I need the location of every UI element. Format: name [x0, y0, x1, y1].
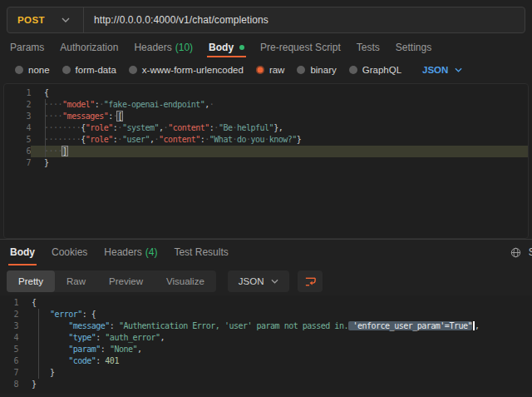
tab-body[interactable]: Body [207, 38, 246, 57]
response-header: BodyCookiesHeaders(4)Test Results St [0, 240, 532, 265]
tab-settings[interactable]: Settings [394, 38, 433, 57]
tab-tests[interactable]: Tests [355, 38, 382, 57]
body-type-graphql[interactable]: GraphQL [349, 65, 401, 75]
status-text-clipped: St [529, 246, 532, 258]
body-type-raw[interactable]: raw [256, 65, 285, 75]
response-format-dropdown[interactable]: JSON [228, 270, 290, 292]
radio-icon [256, 66, 264, 74]
view-raw-button[interactable]: Raw [55, 270, 97, 292]
code-token: ] [62, 146, 67, 156]
code-line: 1{ [0, 297, 532, 309]
tab-label: Body [209, 42, 234, 53]
tab-count-badge: (10) [175, 42, 193, 53]
response-body-editor[interactable]: 1{2 "error": {3 "message": "Authenticati… [0, 295, 532, 394]
tab-headers[interactable]: Headers(10) [132, 38, 195, 57]
body-type-x-www-form-urlencoded[interactable]: x-www-form-urlencoded [129, 65, 244, 75]
radio-label: x-www-form-urlencoded [142, 65, 244, 75]
selected-text: 'enforce_user_param'=True" [348, 321, 472, 330]
code-line: 7} [4, 157, 528, 169]
api-client-window: POST http://0.0.0.0:4000/v1/chat/complet… [0, 0, 532, 397]
code-token: ···· [44, 146, 62, 156]
line-number: 4 [0, 332, 18, 344]
tab-label: Test Results [174, 246, 228, 258]
view-preview-button[interactable]: Preview [97, 270, 155, 292]
body-type-none[interactable]: none [15, 65, 50, 75]
code-token [32, 321, 68, 330]
code-token: "role" [86, 135, 113, 144]
line-number: 1 [4, 87, 31, 99]
code-token: know?" [269, 135, 297, 144]
tab-label: Pre-request Script [260, 42, 341, 53]
line-number: 3 [4, 111, 31, 122]
wrap-text-icon [304, 275, 317, 288]
code-line: 1{ [4, 87, 528, 99]
url-row: POST http://0.0.0.0:4000/v1/chat/complet… [0, 0, 532, 38]
tab-label: Authorization [60, 42, 118, 53]
code-token: , [475, 321, 480, 330]
code-line: 4········{"role":·"system",·"content":·"… [4, 122, 528, 134]
code-line: 5········{"role":·"user",·"content":·"Wh… [4, 134, 528, 146]
code-line: 7 } [0, 367, 532, 379]
tab-authorization[interactable]: Authorization [58, 38, 120, 57]
request-tabs: ParamsAuthorizationHeaders(10)BodyPre-re… [0, 38, 532, 57]
code-token: } [44, 158, 49, 167]
response-format-label: JSON [239, 276, 264, 286]
code-token: "auth_error" [105, 333, 160, 342]
code-token [32, 356, 68, 365]
response-tab-headers[interactable]: Headers(4) [102, 240, 159, 265]
tab-params[interactable]: Params [8, 38, 46, 57]
code-token: "messages" [62, 112, 108, 121]
line-number: 2 [0, 309, 18, 320]
indent-guide [45, 99, 46, 157]
code-token: "fake-openai-endpoint" [104, 100, 204, 109]
code-token: "What [209, 135, 233, 144]
view-pretty-button[interactable]: Pretty [7, 270, 55, 292]
wrap-text-button[interactable] [298, 270, 323, 292]
radio-label: raw [269, 65, 285, 75]
tab-pre-request-script[interactable]: Pre-request Script [259, 38, 342, 57]
line-number: 5 [0, 344, 18, 355]
response-tab-body[interactable]: Body [8, 240, 37, 265]
view-visualize-button[interactable]: Visualize [155, 270, 216, 292]
line-number: 3 [0, 320, 18, 332]
code-token: "message" [68, 321, 110, 330]
response-tab-cookies[interactable]: Cookies [50, 240, 89, 265]
code-token: } [50, 368, 55, 377]
method-label: POST [17, 15, 45, 25]
globe-icon[interactable] [510, 247, 521, 258]
tab-label: Headers [104, 246, 141, 258]
code-token: 401 [105, 356, 119, 365]
request-body-editor[interactable]: 1{2····"model":·"fake-openai-endpoint",·… [3, 83, 529, 239]
chevron-down-icon [62, 17, 70, 22]
radio-icon [297, 66, 305, 74]
tab-label: Settings [396, 42, 431, 53]
radio-label: form-data [76, 65, 116, 75]
line-number: 7 [0, 367, 18, 379]
code-line: 3 "message": "Authentication Error, 'use… [0, 320, 532, 332]
code-line-content: "error": { [18, 309, 532, 320]
code-line-content: ····] [31, 146, 528, 157]
line-number: 6 [0, 355, 18, 367]
line-number: 2 [4, 99, 31, 111]
chevron-down-icon [455, 67, 462, 72]
radio-icon [62, 66, 71, 74]
tab-count-badge: (4) [145, 246, 158, 258]
code-token: : [96, 333, 105, 342]
response-tab-test-results[interactable]: Test Results [172, 240, 229, 265]
line-number: 4 [4, 122, 31, 134]
code-token: "role" [86, 123, 113, 132]
code-token: "Authentication Error, 'user' param not … [119, 321, 348, 330]
code-token: { [44, 88, 49, 97]
code-token: }, [273, 123, 283, 132]
body-type-binary[interactable]: binary [297, 65, 336, 75]
body-type-form-data[interactable]: form-data [62, 65, 116, 75]
raw-format-label: JSON [422, 65, 448, 75]
code-token: ···· [44, 112, 62, 121]
tab-label: Cookies [52, 246, 87, 258]
code-line-content: "message": "Authentication Error, 'user'… [18, 320, 532, 332]
code-token: : [96, 356, 105, 365]
raw-format-dropdown[interactable]: JSON [422, 65, 462, 75]
code-token: "code" [68, 356, 96, 365]
method-dropdown[interactable]: POST [7, 7, 83, 32]
url-input[interactable]: http://0.0.0.0:4000/v1/chat/completions [84, 14, 268, 26]
